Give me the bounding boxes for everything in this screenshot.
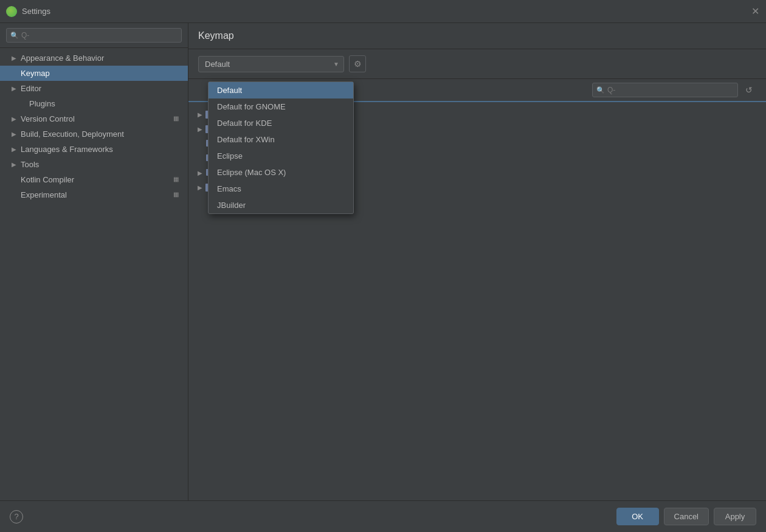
keymap-search-wrapper: 🔍 (592, 83, 738, 97)
main-title: Keymap (198, 30, 234, 41)
tree-arrow-other: ▶ (196, 183, 204, 192)
sidebar-arrow-plugins: ▶ (18, 100, 27, 108)
sidebar-search-input[interactable] (6, 28, 182, 43)
sidebar-item-languages[interactable]: ▶ Languages & Frameworks (0, 142, 188, 157)
dropdown-item-default[interactable]: Default (209, 82, 353, 98)
dropdown-item-default-xwin[interactable]: Default for XWin (209, 131, 353, 148)
sidebar-item-editor[interactable]: ▶ Editor (0, 81, 188, 96)
sidebar-arrow-keymap: ▶ (10, 69, 18, 78)
sidebar-label-build: Build, Execution, Deployment (21, 130, 124, 139)
keymap-select-display[interactable]: Default (198, 56, 344, 72)
sidebar: 🔍 ▶ Appearance & Behavior ▶ Keymap ▶ (0, 23, 188, 500)
sidebar-arrow-languages: ▶ (10, 145, 18, 154)
dropdown-item-eclipse-mac[interactable]: Eclipse (Mac OS X) (209, 164, 353, 181)
sidebar-badge-kotlin: ▦ (173, 176, 182, 184)
sidebar-label-appearance: Appearance & Behavior (21, 54, 104, 63)
sidebar-item-build-execution[interactable]: ▶ Build, Execution, Deployment (0, 126, 188, 142)
dropdown-item-emacs[interactable]: Emacs (209, 181, 353, 197)
sidebar-item-keymap[interactable]: ▶ Keymap (0, 66, 188, 81)
sidebar-item-kotlin[interactable]: ▶ Kotlin Compiler ▦ (0, 172, 188, 187)
dropdown-item-default-gnome[interactable]: Default for GNOME (209, 98, 353, 115)
sidebar-arrow-tools: ▶ (10, 161, 18, 169)
dropdown-item-jbuilder[interactable]: JBuilder (209, 197, 353, 213)
apply-button[interactable]: Apply (714, 508, 756, 525)
titlebar: Settings ✕ (0, 0, 766, 23)
keymap-search-icon: 🔍 (596, 86, 605, 94)
sidebar-arrow-editor: ▶ (10, 85, 18, 93)
keymap-gear-button[interactable]: ⚙ (349, 55, 366, 72)
sidebar-label-kotlin: Kotlin Compiler (21, 175, 74, 184)
sidebar-item-experimental[interactable]: ▶ Experimental ▦ (0, 187, 188, 202)
sidebar-items-list: ▶ Appearance & Behavior ▶ Keymap ▶ Edito… (0, 48, 188, 500)
settings-window: Settings ✕ 🔍 ▶ Appearance & Behavior ▶ (0, 0, 766, 532)
sidebar-label-tools: Tools (21, 160, 39, 169)
window-title: Settings (22, 7, 50, 16)
sidebar-label-editor: Editor (21, 84, 41, 93)
sidebar-item-version-control[interactable]: ▶ Version Control ▦ (0, 111, 188, 126)
sidebar-arrow-build: ▶ (10, 130, 18, 139)
sidebar-label-plugins: Plugins (29, 99, 55, 108)
sidebar-item-tools[interactable]: ▶ Tools (0, 157, 188, 172)
ok-button[interactable]: OK (616, 508, 659, 525)
tree-arrow-macros: ▶ (196, 139, 204, 148)
dropdown-item-eclipse[interactable]: Eclipse (209, 148, 353, 164)
cancel-button[interactable]: Cancel (664, 508, 709, 525)
tree-arrow-plug-ins: ▶ (196, 168, 204, 177)
sidebar-arrow-appearance: ▶ (10, 54, 18, 63)
tree-arrow-debugger-actions: ▶ (196, 125, 204, 133)
sidebar-badge-experimental: ▦ (173, 191, 182, 199)
help-button[interactable]: ? (10, 510, 23, 523)
tree-arrow-external-build: ▶ (196, 110, 204, 119)
sidebar-arrow-experimental: ▶ (10, 191, 18, 199)
main-content: 🔍 ▶ Appearance & Behavior ▶ Keymap ▶ (0, 23, 766, 500)
tree-arrow-quick-lists: ▶ (196, 154, 204, 162)
sidebar-item-appearance[interactable]: ▶ Appearance & Behavior (0, 50, 188, 66)
bottom-bar: ? OK Cancel Apply (0, 500, 766, 532)
app-icon (6, 6, 17, 17)
sidebar-badge-version-control: ▦ (173, 115, 182, 123)
sidebar-item-plugins[interactable]: ▶ Plugins (0, 96, 188, 111)
main-panel-header: Keymap (188, 23, 766, 49)
sidebar-arrow-version-control: ▶ (10, 115, 18, 123)
keymap-select-wrapper: Default ▼ Default Default for GNOME Defa… (198, 56, 344, 72)
keymap-search-input[interactable] (592, 83, 738, 97)
refresh-button[interactable]: ↺ (742, 83, 756, 97)
keymap-search-area: 🔍 ↺ (592, 83, 756, 97)
sidebar-arrow-kotlin: ▶ (10, 176, 18, 184)
dropdown-item-default-kde[interactable]: Default for KDE (209, 115, 353, 131)
sidebar-label-version-control: Version Control (21, 114, 75, 123)
sidebar-label-keymap: Keymap (21, 69, 50, 78)
main-panel: Keymap Default ▼ Default Default for GNO… (188, 23, 766, 500)
sidebar-label-languages: Languages & Frameworks (21, 145, 113, 154)
keymap-controls: Default ▼ Default Default for GNOME Defa… (188, 49, 766, 79)
close-button[interactable]: ✕ (750, 7, 760, 16)
sidebar-search-area: 🔍 (0, 23, 188, 48)
sidebar-label-experimental: Experimental (21, 190, 67, 199)
keymap-dropdown: Default Default for GNOME Default for KD… (208, 81, 354, 214)
sidebar-search-icon: 🔍 (10, 32, 19, 40)
